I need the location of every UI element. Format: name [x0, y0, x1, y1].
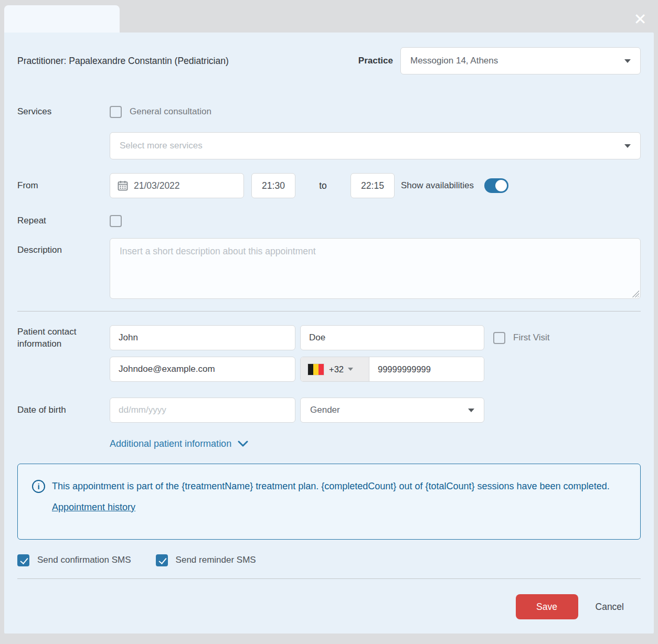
to-label: to — [295, 180, 351, 191]
appointment-dialog: Practitioner: Papalexandre Constantin (P… — [4, 33, 654, 634]
info-icon: i — [32, 480, 45, 493]
repeat-row: Repeat — [17, 214, 641, 228]
start-time-input[interactable] — [251, 173, 295, 198]
calendar-icon — [118, 180, 128, 191]
caret-down-icon — [624, 144, 631, 148]
caret-down-icon — [468, 409, 474, 412]
phone-number-input[interactable] — [369, 357, 484, 381]
first-visit-group: First Visit — [493, 332, 550, 344]
end-time-input[interactable] — [351, 173, 395, 198]
cancel-button[interactable]: Cancel — [596, 602, 624, 613]
caret-down-icon — [624, 59, 631, 63]
practitioner-text: Practitioner: Papalexandre Constantin (P… — [17, 56, 229, 67]
gender-placeholder: Gender — [310, 405, 340, 415]
reminder-sms-group: Send reminder SMS — [156, 554, 256, 566]
sms-row: Send confirmation SMS Send reminder SMS — [17, 553, 641, 567]
practice-label: Practice — [358, 56, 393, 66]
phone-country-select[interactable]: +32 — [301, 357, 369, 381]
first-visit-label: First Visit — [513, 332, 550, 343]
appointment-history-link[interactable]: Appointment history — [52, 502, 135, 513]
additional-info-link[interactable]: Additional patient information — [110, 438, 248, 449]
reminder-sms-label: Send reminder SMS — [176, 555, 256, 565]
dob-row: Date of birth Gender — [17, 398, 641, 423]
footer-divider — [17, 578, 641, 579]
schedule-row: From to — [17, 173, 641, 198]
more-services-row: Select more services — [17, 132, 641, 159]
first-visit-checkbox[interactable] — [493, 332, 505, 344]
show-availabilities-label: Show availabilities — [401, 180, 474, 191]
general-consultation-checkbox[interactable] — [110, 106, 122, 118]
email-input[interactable] — [110, 357, 295, 382]
services-label: Services — [17, 106, 110, 118]
header-row: Practitioner: Papalexandre Constantin (P… — [17, 47, 641, 74]
general-consultation-label: General consultation — [130, 106, 211, 117]
save-button[interactable]: Save — [516, 594, 578, 619]
description-textarea[interactable] — [110, 238, 641, 299]
confirmation-sms-checkbox[interactable] — [17, 554, 29, 566]
repeat-label: Repeat — [17, 215, 110, 227]
date-picker[interactable] — [110, 173, 244, 198]
caret-down-icon — [348, 368, 353, 371]
confirmation-sms-label: Send confirmation SMS — [37, 555, 131, 565]
practice-select-value: Messogion 14, Athens — [410, 56, 498, 66]
section-divider — [17, 311, 641, 312]
dialog-tab-stub — [4, 5, 120, 34]
patient-name-row: Patient contact information First Visit — [17, 325, 641, 350]
description-label: Description — [17, 238, 110, 256]
additional-info-row: Additional patient information — [17, 436, 641, 451]
treatment-notice-box: i This appointment is part of the {treat… — [17, 464, 641, 540]
last-name-input[interactable] — [300, 325, 484, 350]
services-row: Services General consultation — [17, 105, 641, 119]
dob-label: Date of birth — [17, 404, 110, 416]
belgium-flag-icon — [308, 364, 324, 375]
phone-group: +32 — [300, 357, 484, 382]
first-name-input[interactable] — [110, 325, 295, 350]
chevron-down-icon — [238, 441, 248, 447]
confirmation-sms-group: Send confirmation SMS — [17, 554, 131, 566]
from-label: From — [17, 180, 110, 192]
additional-info-label: Additional patient information — [110, 438, 231, 449]
dob-input[interactable] — [110, 398, 295, 423]
patient-contact-row: +32 — [17, 357, 641, 382]
close-icon[interactable]: ✕ — [630, 8, 651, 29]
phone-country-code: +32 — [329, 364, 344, 374]
practice-group: Practice Messogion 14, Athens — [358, 47, 641, 74]
more-services-placeholder: Select more services — [120, 141, 203, 151]
treatment-notice-text: This appointment is part of the {treatme… — [52, 479, 610, 495]
practice-select[interactable]: Messogion 14, Athens — [400, 47, 641, 74]
modal-backdrop: ✕ Practitioner: Papalexandre Constantin … — [0, 0, 658, 644]
more-services-select[interactable]: Select more services — [110, 132, 641, 159]
show-availabilities-toggle[interactable] — [484, 178, 508, 193]
date-input[interactable] — [134, 180, 236, 191]
gender-select[interactable]: Gender — [300, 398, 484, 423]
reminder-sms-checkbox[interactable] — [156, 554, 168, 566]
repeat-checkbox[interactable] — [110, 215, 122, 227]
toggle-knob — [495, 180, 507, 191]
patient-contact-label: Patient contact information — [17, 325, 110, 350]
footer-row: Save Cancel — [17, 594, 641, 619]
description-row: Description — [17, 238, 641, 299]
